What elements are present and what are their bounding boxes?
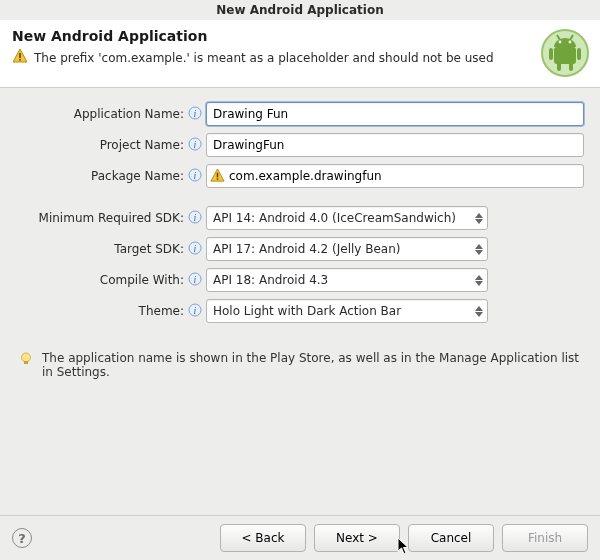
finish-button[interactable]: Finish (502, 524, 588, 552)
svg-text:i: i (194, 243, 197, 254)
chevron-updown-icon (475, 305, 483, 318)
cancel-button[interactable]: Cancel (408, 524, 494, 552)
hint-text: The application name is shown in the Pla… (42, 351, 582, 379)
svg-point-11 (559, 41, 562, 44)
compile-with-label: Compile With: (4, 273, 186, 287)
hint: The application name is shown in the Pla… (12, 345, 588, 385)
target-sdk-select[interactable]: API 17: Android 4.2 (Jelly Bean) (206, 237, 488, 261)
help-button[interactable]: ? (12, 528, 32, 548)
next-button[interactable]: Next > (314, 524, 400, 552)
svg-rect-8 (569, 62, 573, 71)
svg-text:i: i (194, 108, 197, 119)
warning-icon (210, 168, 225, 186)
target-sdk-label: Target SDK: (4, 242, 186, 256)
warning-text: The prefix 'com.example.' is meant as a … (34, 51, 494, 65)
compile-with-select[interactable]: API 18: Android 4.3 (206, 268, 488, 292)
svg-rect-0 (19, 53, 21, 58)
android-icon (540, 28, 590, 81)
theme-label: Theme: (4, 304, 186, 318)
compile-with-value: API 18: Android 4.3 (213, 273, 328, 287)
chevron-updown-icon (475, 212, 483, 225)
min-sdk-select[interactable]: API 14: Android 4.0 (IceCreamSandwich) (206, 206, 488, 230)
app-name-input[interactable] (206, 102, 584, 126)
project-name-label: Project Name: (4, 138, 186, 152)
svg-rect-6 (577, 48, 581, 60)
lightbulb-icon (18, 351, 34, 370)
svg-rect-7 (557, 62, 561, 71)
info-icon[interactable]: i (188, 272, 202, 289)
svg-point-12 (569, 41, 572, 44)
form: Application Name: i Project Name: i Pack… (0, 88, 600, 323)
svg-rect-20 (217, 178, 219, 180)
svg-rect-5 (549, 48, 553, 60)
package-name-label: Package Name: (4, 169, 186, 183)
svg-point-29 (22, 353, 31, 362)
theme-select[interactable]: Holo Light with Dark Action Bar (206, 299, 488, 323)
svg-rect-30 (24, 361, 28, 364)
warning-icon (12, 48, 28, 67)
svg-rect-4 (554, 47, 576, 64)
theme-value: Holo Light with Dark Action Bar (213, 304, 401, 318)
package-name-input[interactable] (206, 164, 584, 188)
svg-rect-1 (19, 59, 21, 61)
button-bar: ? < Back Next > Cancel Finish (0, 516, 600, 560)
chevron-updown-icon (475, 243, 483, 256)
info-icon[interactable]: i (188, 210, 202, 227)
banner: New Android Application The prefix 'com.… (0, 20, 600, 88)
info-icon[interactable]: i (188, 303, 202, 320)
svg-text:i: i (194, 305, 197, 316)
min-sdk-label: Minimum Required SDK: (4, 211, 186, 225)
svg-text:i: i (194, 170, 197, 181)
info-icon[interactable]: i (188, 106, 202, 123)
svg-rect-19 (217, 173, 219, 178)
project-name-input[interactable] (206, 133, 584, 157)
app-name-label: Application Name: (4, 107, 186, 121)
chevron-updown-icon (475, 274, 483, 287)
window-title: New Android Application (0, 0, 600, 20)
info-icon[interactable]: i (188, 241, 202, 258)
page-title: New Android Application (12, 28, 588, 44)
target-sdk-value: API 17: Android 4.2 (Jelly Bean) (213, 242, 400, 256)
back-button[interactable]: < Back (220, 524, 306, 552)
svg-text:i: i (194, 212, 197, 223)
info-icon[interactable]: i (188, 168, 202, 185)
svg-text:i: i (194, 274, 197, 285)
min-sdk-value: API 14: Android 4.0 (IceCreamSandwich) (213, 211, 456, 225)
info-icon[interactable]: i (188, 137, 202, 154)
svg-text:i: i (194, 139, 197, 150)
